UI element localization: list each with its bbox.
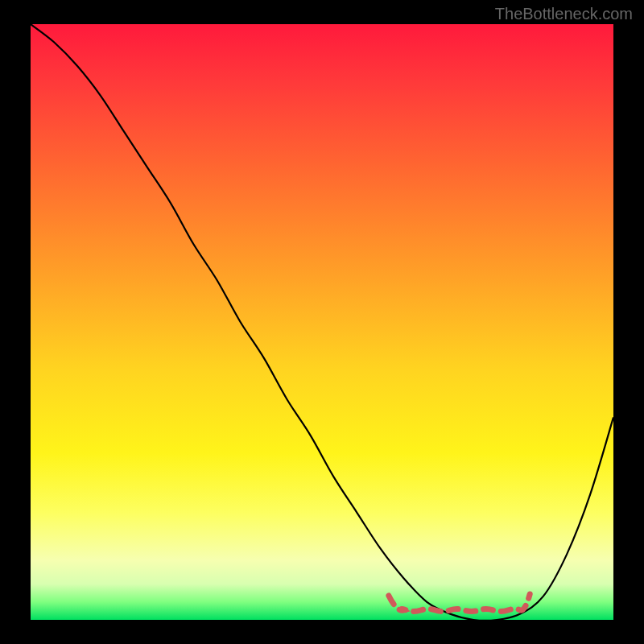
watermark-text: TheBottleneck.com — [495, 5, 633, 23]
highlight-bottom-marker — [389, 594, 530, 612]
chart-plot-area — [31, 24, 613, 620]
chart-svg — [31, 24, 613, 620]
curve-line — [31, 24, 613, 620]
